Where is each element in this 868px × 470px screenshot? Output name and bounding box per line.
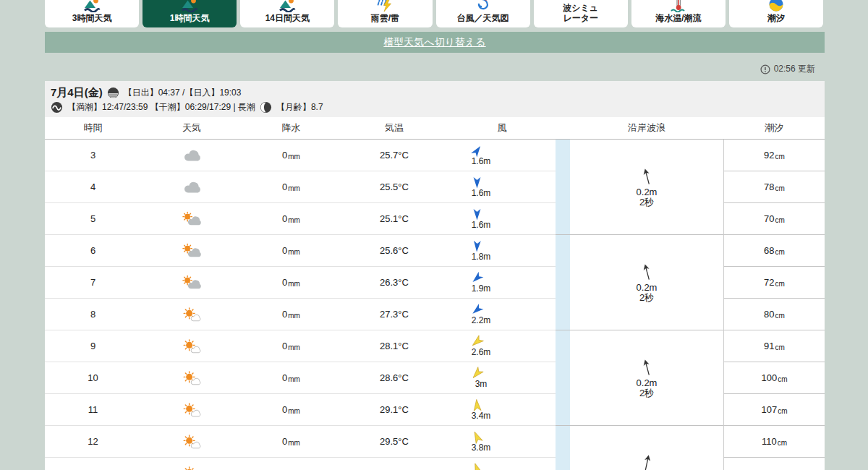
precip-cell: 0mm — [242, 267, 340, 299]
tab-wave-simulator[interactable]: 波シミュ レーター — [534, 0, 628, 27]
temp-cell: 29.7°C — [340, 458, 448, 470]
hour-cell: 4 — [45, 171, 141, 203]
wind-direction-arrow — [471, 176, 483, 189]
switch-to-horizontal-link[interactable]: 横型天気へ切り替える — [383, 36, 485, 49]
wind-cell: 2.6m — [448, 330, 556, 362]
update-time-text: 02:56 更新 — [774, 63, 815, 75]
wave-gutter — [556, 171, 570, 203]
weather-cell — [141, 140, 242, 171]
weather-icon-partly — [181, 210, 203, 228]
tab-typhoon-map[interactable]: 台風／天気図 — [436, 0, 530, 27]
temp-cell: 29.5°C — [340, 426, 448, 458]
tab-1hour-weather[interactable]: 1時間天気 — [142, 0, 237, 27]
wind-direction-arrow — [469, 461, 485, 470]
wind-cell: 1.6m — [448, 203, 556, 235]
temp-cell: 25.7°C — [340, 140, 448, 171]
hour-cell: 10 — [45, 362, 141, 394]
header-time: 時間 — [45, 121, 141, 134]
weather-icon-cloudy — [181, 147, 203, 164]
wind-speed: 1.6m — [472, 220, 491, 230]
tide-cell: 70cm — [723, 203, 825, 235]
temp-cell: 25.5°C — [340, 171, 448, 203]
header-temp: 気温 — [340, 121, 448, 134]
hour-cell: 8 — [45, 299, 141, 330]
header-wind: 風 — [448, 121, 556, 134]
wave-height: 0.2m — [637, 378, 658, 388]
wave-gutter — [556, 426, 570, 458]
wave-gutter — [556, 330, 570, 362]
wave-gutter — [556, 362, 570, 394]
tide-cell: 110cm — [723, 426, 825, 458]
table-body: 0.2m 2秒 0.2m 2秒 0.2m 2秒 0.2m 2秒 3 0mm 25… — [45, 140, 825, 470]
wind-cell: 3m — [448, 362, 556, 394]
precip-cell: 0mm — [242, 330, 340, 362]
hour-cell: 9 — [45, 330, 141, 362]
weather-cell — [141, 299, 242, 330]
temp-cell: 26.3°C — [340, 267, 448, 299]
weather-icon-cloudy — [181, 179, 203, 196]
table-header-row: 時間 天気 降水 気温 風 沿岸波浪 潮汐 — [45, 117, 825, 140]
weather-icon-partly — [181, 242, 203, 260]
precip-cell: 0mm — [242, 140, 340, 171]
hour-cell: 12 — [45, 426, 141, 458]
update-time: 02:56 更新 — [760, 63, 815, 75]
wave-direction-arrow — [639, 166, 653, 186]
tide-cell: 100cm — [723, 362, 825, 394]
tab-rain-radar[interactable]: 雨雲/雷 — [338, 0, 432, 27]
wave-gutter — [556, 235, 570, 267]
rain-icon — [376, 0, 393, 12]
wave-period: 2秒 — [639, 197, 654, 208]
precip-cell: 0mm — [242, 299, 340, 330]
tab-label: 潮汐 — [767, 14, 785, 24]
wind-speed: 1.8m — [472, 252, 491, 262]
temp-cell: 27.3°C — [340, 299, 448, 330]
weather-cell — [141, 330, 242, 362]
wind-speed: 3.4m — [472, 411, 491, 421]
hour-cell: 6 — [45, 235, 141, 267]
weather-icon-sunny — [181, 369, 203, 387]
header-weather: 天気 — [141, 121, 242, 134]
wave-gutter — [556, 203, 570, 235]
tide-cell: 78cm — [723, 171, 825, 203]
wind-cell: 3.4m — [448, 394, 556, 426]
wind-cell: 3.8m — [448, 458, 556, 470]
sunrise-icon — [107, 87, 119, 99]
weather-icon-sunny — [181, 338, 203, 355]
wave-period: 2秒 — [639, 293, 654, 303]
hour-cell: 5 — [45, 203, 141, 235]
wave-gutter — [556, 458, 570, 470]
tide-cell: 80cm — [723, 299, 825, 330]
tide-cell: 68cm — [723, 235, 825, 267]
wave-direction-arrow — [639, 261, 653, 281]
tide-times: 【満潮】12:47/23:59 【干潮】06:29/17:29 | 長潮 — [67, 100, 255, 114]
wind-cell: 2.2m — [448, 299, 556, 330]
wave-height: 0.2m — [637, 283, 658, 293]
tab-sea-temp-current[interactable]: 海水温/潮流 — [631, 0, 726, 27]
wave-direction-arrow — [640, 453, 653, 470]
tab-tide[interactable]: 潮汐 — [729, 0, 823, 27]
weather-icon-sunny — [181, 465, 203, 470]
wave-gutter — [556, 299, 570, 330]
date-label: 7月4日(金) — [51, 85, 103, 100]
weather-cell — [141, 203, 242, 235]
tab-14day-weather[interactable]: 14日間天気 — [240, 0, 334, 27]
wind-direction-arrow — [470, 398, 483, 411]
wave-group: 0.2m 2秒 — [570, 426, 723, 470]
weather-nav-tabs: 3時間天気 1時間天気 14日間天気 雨雲/雷 台風／天気図 波シミュ レーター… — [45, 0, 823, 27]
tidec-icon — [767, 0, 785, 12]
tab-label: 14日間天気 — [265, 14, 310, 24]
wave-period: 2秒 — [639, 388, 654, 398]
wave-gutter — [556, 140, 570, 171]
wind-cell: 3.8m — [448, 426, 556, 458]
precip-cell: 0mm — [242, 171, 340, 203]
scene-icon — [83, 0, 101, 12]
tide-cell: 72cm — [723, 267, 825, 299]
weather-icon-sunny — [181, 401, 203, 419]
header-precip: 降水 — [242, 121, 340, 134]
wavesim-icon — [572, 0, 590, 2]
tide-cell: 91cm — [723, 330, 825, 362]
typhoon-icon — [475, 0, 492, 12]
precip-cell: 0mm — [242, 426, 340, 458]
tab-3hour-weather[interactable]: 3時間天気 — [45, 0, 139, 27]
wind-direction-arrow — [470, 239, 483, 252]
